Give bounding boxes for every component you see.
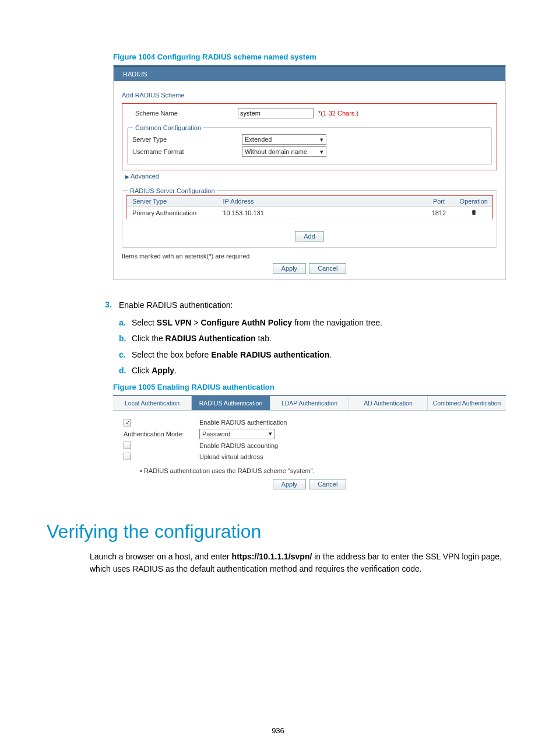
substep-d-letter: d. [119,365,132,377]
tab-radius-auth[interactable]: RADIUS Authentication [192,396,270,410]
cancel-button[interactable]: Cancel [309,263,346,274]
tab-combined-auth[interactable]: Combined Authentication [428,396,506,410]
tab-ldap-auth[interactable]: LDAP Authentication [270,396,349,410]
substep-a-letter: a. [119,317,132,329]
col-operation: Operation [455,196,493,207]
col-server-type: Server Type [126,196,220,207]
col-ip-address: IP Address [220,196,423,207]
radius-tab-bar: RADIUS [114,66,505,81]
enable-accounting-label: Enable RADIUS accounting [199,442,278,449]
highlight-box-top: Scheme Name *(1-32 Chars.) Common Config… [122,103,497,170]
verifying-heading: Verifying the configuration [47,521,509,542]
username-format-value: Without domain name [245,148,307,155]
auth-mode-label: Authentication Mode: [124,430,199,438]
cell-port: 1812 [423,207,455,219]
step-number-3: 3. [105,300,119,312]
substep-c-letter: c. [119,349,132,361]
server-type-label: Server Type [131,136,242,143]
advanced-toggle[interactable]: Advanced [125,173,497,180]
username-format-label: Username Format [131,148,242,155]
figure-1005-caption: Figure 1005 Enabling RADIUS authenticati… [113,383,509,391]
upload-vaddr-label: Upload virtual address [199,453,263,460]
tab-ad-auth[interactable]: AD Authentication [349,396,428,410]
apply-button[interactable]: Apply [273,263,307,274]
enable-accounting-checkbox[interactable] [124,442,131,449]
radius-scheme-note: RADIUS authentication uses the RADIUS sc… [140,467,495,474]
radius-server-config-fieldset: Server Type IP Address Port Operation Pr… [122,190,497,248]
server-type-value: Extended [245,136,272,143]
chevron-down-icon: ▾ [320,148,323,156]
scheme-name-hint: *(1-32 Chars.) [318,110,358,117]
scheme-name-input[interactable] [238,108,314,118]
verifying-paragraph: Launch a browser on a host, and enter ht… [90,551,504,575]
figure-1004-caption: Figure 1004 Configuring RADIUS scheme na… [113,52,509,61]
common-config-fieldset: Server Type Extended ▾ Username Format W… [127,127,492,165]
figure-1004-screenshot: RADIUS Add RADIUS Scheme Scheme Name *(1… [113,65,506,280]
table-row: Primary Authentication 10.153.10.131 181… [126,207,493,219]
trash-icon[interactable] [470,210,477,217]
username-format-select[interactable]: Without domain name ▾ [242,146,326,157]
substep-b-letter: b. [119,333,132,345]
server-type-select[interactable]: Extended ▾ [242,134,326,145]
radius-tab[interactable]: RADIUS [114,67,157,81]
auth-mode-select[interactable]: Password ▾ [199,429,275,439]
auth-mode-value: Password [202,430,230,438]
add-radius-scheme-title: Add RADIUS Scheme [122,92,497,99]
substep-b-text: Click the RADIUS Authentication tab. [132,333,272,345]
server-table: Server Type IP Address Port Operation Pr… [126,195,493,219]
radius-server-config-legend: RADIUS Server Configuration [128,187,217,194]
enable-radius-label: Enable RADIUS authentication [199,419,287,426]
upload-vaddr-checkbox[interactable] [124,453,131,460]
chevron-down-icon: ▾ [269,430,272,438]
common-config-legend: Common Configuration [133,124,203,131]
required-note: Items marked with an asterisk(*) are req… [122,253,497,260]
add-button[interactable]: Add [295,231,324,242]
page-number: 936 [0,726,556,735]
cell-ip: 10.153.10.131 [220,207,423,219]
col-port: Port [423,196,455,207]
substep-d-text: Click Apply. [132,365,177,377]
figure-1005-screenshot: Local Authentication RADIUS Authenticati… [113,395,506,498]
tab-local-auth[interactable]: Local Authentication [113,396,192,410]
chevron-down-icon: ▾ [320,136,323,144]
auth-tabs: Local Authentication RADIUS Authenticati… [113,396,506,411]
cancel-button[interactable]: Cancel [309,479,346,489]
substep-c-text: Select the box before Enable RADIUS auth… [132,349,332,361]
step-3-text: Enable RADIUS authentication: [119,300,233,312]
scheme-name-label: Scheme Name [127,110,238,117]
apply-button[interactable]: Apply [273,479,307,489]
cell-server-type: Primary Authentication [126,207,220,219]
substep-a-text: Select SSL VPN > Configure AuthN Policy … [132,317,382,329]
enable-radius-checkbox[interactable] [124,419,131,426]
